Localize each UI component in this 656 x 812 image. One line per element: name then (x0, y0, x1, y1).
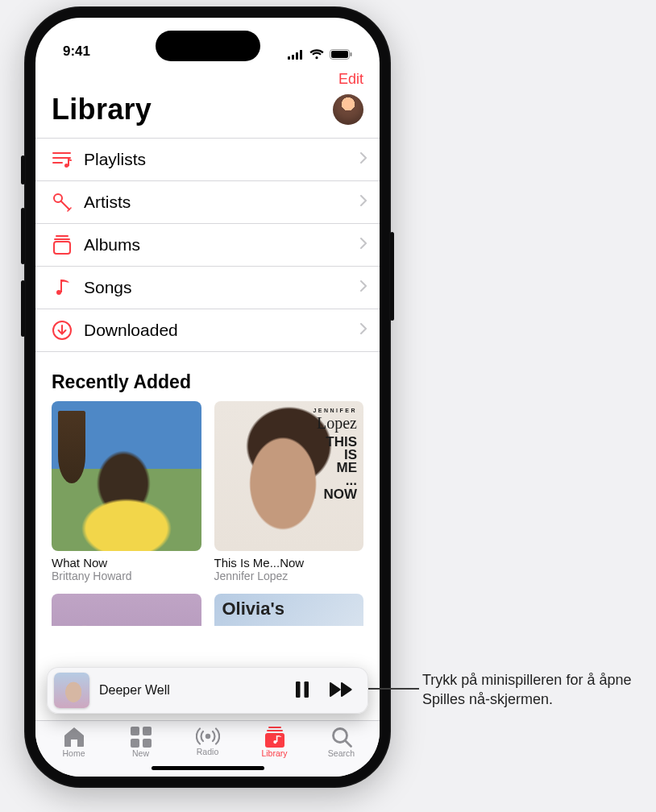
svg-rect-24 (267, 730, 283, 731)
pause-icon (295, 682, 309, 700)
microphone-icon (52, 192, 73, 213)
svg-rect-3 (300, 50, 302, 60)
wifi-icon (309, 49, 324, 60)
album-title: What Now (52, 556, 201, 570)
album-artist: Brittany Howard (52, 570, 201, 582)
side-button (21, 155, 25, 184)
svg-rect-16 (296, 682, 301, 698)
tab-label: Home (62, 748, 85, 758)
next-track-button[interactable] (324, 677, 358, 704)
library-menu: Playlists Artists Albu (35, 138, 380, 352)
svg-rect-21 (143, 739, 152, 748)
chevron-right-icon (360, 238, 367, 252)
battery-icon (330, 49, 352, 60)
album-title: This Is Me...Now (214, 556, 364, 570)
menu-item-label: Downloaded (84, 321, 349, 340)
svg-rect-25 (265, 733, 284, 748)
album-artwork-peek[interactable] (52, 594, 201, 626)
svg-rect-2 (296, 52, 298, 60)
tab-label: Library (261, 748, 287, 758)
cover-text: Olivia's (222, 599, 284, 619)
svg-rect-20 (131, 739, 139, 748)
grid-icon (131, 727, 152, 748)
album-card[interactable]: What Now Brittany Howard (52, 401, 201, 582)
album-artwork-peek[interactable]: Olivia's (214, 594, 364, 626)
menu-item-artists[interactable]: Artists (35, 181, 380, 224)
music-note-icon (52, 277, 73, 298)
phone-frame: 9:41 Edit Libr (24, 6, 391, 788)
download-circle-icon (52, 320, 73, 341)
page-title: Library (52, 93, 152, 126)
svg-rect-6 (351, 52, 352, 56)
screen: 9:41 Edit Libr (35, 18, 380, 777)
mini-player-track-title: Deeper Well (99, 683, 280, 698)
mini-player[interactable]: Deeper Well (47, 667, 368, 714)
svg-rect-19 (143, 727, 152, 735)
menu-item-downloaded[interactable]: Downloaded (35, 309, 380, 352)
radio-icon (196, 727, 220, 746)
svg-rect-26 (276, 735, 277, 742)
chevron-right-icon (360, 152, 367, 167)
menu-item-label: Albums (84, 235, 349, 255)
svg-point-27 (333, 729, 347, 743)
album-stack-icon (52, 234, 73, 255)
tab-search[interactable]: Search (308, 725, 375, 777)
chevron-right-icon (360, 195, 367, 209)
power-button (390, 232, 394, 321)
home-indicator[interactable] (152, 766, 264, 770)
edit-button[interactable]: Edit (338, 71, 363, 88)
cover-text: Lopez (317, 416, 357, 430)
tab-home[interactable]: Home (40, 725, 107, 777)
cellular-icon (288, 50, 304, 60)
home-icon (63, 727, 85, 748)
menu-item-label: Playlists (84, 150, 349, 169)
tab-label: Search (328, 748, 355, 758)
svg-rect-1 (292, 55, 294, 60)
tab-label: Radio (197, 747, 218, 756)
svg-rect-18 (131, 727, 139, 735)
svg-rect-13 (54, 242, 70, 254)
section-recently-added-title: Recently Added (35, 352, 380, 401)
menu-item-label: Songs (84, 278, 349, 297)
menu-item-playlists[interactable]: Playlists (35, 139, 380, 181)
volume-up-button (21, 208, 25, 264)
tab-label: New (132, 748, 149, 758)
svg-rect-23 (268, 727, 281, 728)
skip-forward-icon (329, 682, 353, 699)
album-card[interactable]: JENNIFER Lopez THIS IS ME ... NOW This I… (214, 401, 364, 582)
menu-item-label: Artists (84, 193, 349, 212)
album-artwork (52, 401, 201, 551)
volume-down-button (21, 280, 25, 337)
cover-text: THIS IS ME ... NOW (323, 436, 357, 501)
svg-rect-0 (288, 56, 290, 60)
svg-point-22 (205, 734, 210, 739)
pause-button[interactable] (290, 677, 314, 705)
album-artwork: JENNIFER Lopez THIS IS ME ... NOW (214, 401, 364, 551)
svg-rect-17 (305, 682, 309, 698)
svg-line-28 (346, 741, 351, 747)
svg-rect-14 (60, 280, 62, 292)
album-artist: Jennifer Lopez (214, 570, 364, 582)
cover-text: JENNIFER (313, 408, 357, 413)
status-time: 9:41 (63, 44, 90, 60)
callout-text: Trykk på minispilleren for å åpne Spille… (422, 670, 640, 710)
svg-rect-5 (331, 51, 348, 58)
menu-item-songs[interactable]: Songs (35, 267, 380, 309)
menu-item-albums[interactable]: Albums (35, 224, 380, 267)
profile-avatar[interactable] (333, 94, 363, 125)
chevron-right-icon (360, 280, 367, 295)
dynamic-island (156, 31, 260, 61)
playlist-icon (52, 149, 73, 170)
chevron-right-icon (360, 323, 367, 338)
library-icon (264, 727, 285, 748)
mini-player-artwork (54, 673, 89, 708)
search-icon (331, 727, 352, 748)
